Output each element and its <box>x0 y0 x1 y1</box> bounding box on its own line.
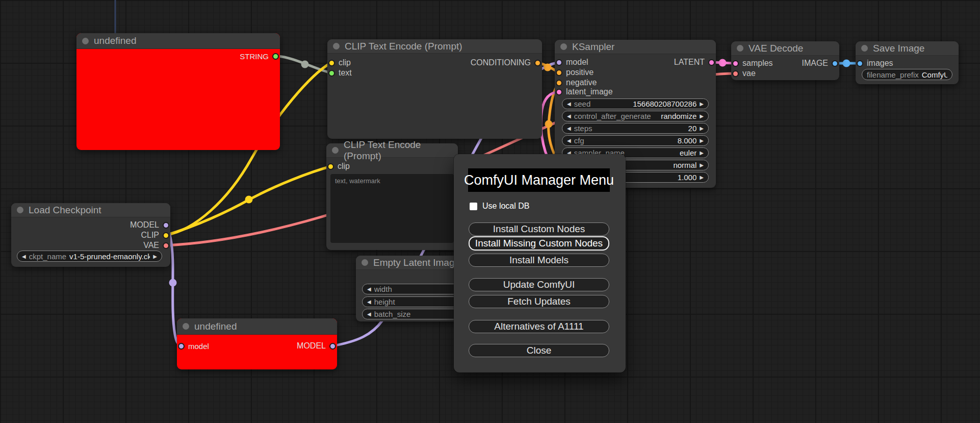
node-title-bar[interactable]: CLIP Text Encode (Prompt) <box>327 39 542 54</box>
left-arrow-icon[interactable]: ◀ <box>567 101 571 107</box>
close-button[interactable]: Close <box>469 344 609 357</box>
node-title-bar[interactable]: VAE Decode <box>731 41 839 56</box>
use-local-db-row[interactable]: Use local DB <box>470 202 529 211</box>
collapse-dot[interactable] <box>183 323 189 330</box>
node-load-checkpoint[interactable]: Load Checkpoint MODEL CLIP VAE ◀ ckpt_na… <box>11 203 170 267</box>
input-clip[interactable]: clip <box>328 58 351 68</box>
output-string[interactable]: STRING <box>240 51 279 61</box>
widget-width[interactable]: ◀ width <box>362 284 467 294</box>
left-arrow-icon[interactable]: ◀ <box>22 254 26 259</box>
right-arrow-icon[interactable]: ▶ <box>700 162 704 168</box>
widget-steps[interactable]: ◀ steps 20 ▶ <box>562 123 709 134</box>
left-arrow-icon[interactable]: ◀ <box>567 113 571 119</box>
graph-canvas[interactable]: undefined STRING CLIP Text Encode (Promp… <box>0 0 980 423</box>
widget-batch-size[interactable]: ◀ batch_size <box>362 309 467 319</box>
collapse-dot[interactable] <box>362 259 368 266</box>
input-text[interactable]: text <box>328 68 352 78</box>
output-image[interactable]: IMAGE <box>802 58 838 68</box>
output-conditioning[interactable]: CONDITIONING <box>471 58 541 68</box>
use-local-db-checkbox[interactable] <box>470 203 477 210</box>
collapse-dot[interactable] <box>82 38 89 44</box>
input-model[interactable]: model <box>556 57 588 67</box>
output-vae[interactable]: VAE <box>143 240 169 251</box>
model-port-dot[interactable] <box>163 222 169 229</box>
model-port-dot[interactable] <box>329 343 336 350</box>
install-custom-nodes-button[interactable]: Install Custom Nodes <box>469 222 609 236</box>
link-dot-clip[interactable] <box>245 196 253 204</box>
fetch-updates-button[interactable]: Fetch Updates <box>469 295 609 308</box>
output-latent[interactable]: LATENT <box>674 57 715 67</box>
node-vae-decode[interactable]: VAE Decode samples vae IMAGE <box>731 41 839 80</box>
input-vae[interactable]: vae <box>732 68 756 79</box>
widget-ckpt-name[interactable]: ◀ ckpt_name v1-5-pruned-emaonly.ckpt ▶ <box>17 251 162 262</box>
output-model[interactable]: MODEL <box>130 220 169 230</box>
link-dot-cond-pos[interactable] <box>544 64 552 71</box>
left-arrow-icon[interactable]: ◀ <box>367 286 371 292</box>
right-arrow-icon[interactable]: ▶ <box>700 126 704 131</box>
widget-filename-prefix[interactable]: filename_prefix ComfyUI <box>862 69 952 80</box>
vae-port-dot[interactable] <box>163 242 169 249</box>
widget-value[interactable]: ComfyUI <box>922 70 947 79</box>
widget-value[interactable]: v1-5-pruned-emaonly.ckpt <box>69 252 150 261</box>
latent-port-dot[interactable] <box>732 60 739 67</box>
update-comfyui-button[interactable]: Update ComfyUI <box>469 278 609 291</box>
link-dot-latent[interactable] <box>719 59 727 67</box>
left-arrow-icon[interactable]: ◀ <box>367 299 371 305</box>
right-arrow-icon[interactable]: ▶ <box>700 175 704 180</box>
install-missing-custom-nodes-button[interactable]: Install Missing Custom Nodes <box>469 236 609 251</box>
right-arrow-icon[interactable]: ▶ <box>700 150 704 156</box>
image-port-dot[interactable] <box>857 60 863 67</box>
left-arrow-icon[interactable]: ◀ <box>567 126 571 131</box>
output-model[interactable]: MODEL <box>297 341 336 351</box>
clip-port-dot[interactable] <box>163 232 169 239</box>
text-port-dot[interactable] <box>328 70 335 77</box>
alternatives-of-a1111-button[interactable]: Alternatives of A1111 <box>469 320 609 333</box>
collapse-dot[interactable] <box>560 43 567 50</box>
output-clip[interactable]: CLIP <box>141 230 169 240</box>
vae-port-dot[interactable] <box>732 70 739 77</box>
right-arrow-icon[interactable]: ▶ <box>700 101 704 107</box>
link-dot-cond-neg[interactable] <box>545 120 553 128</box>
widget-control-after-generate[interactable]: ◀ control_after_generate randomize ▶ <box>562 111 709 121</box>
left-arrow-icon[interactable]: ◀ <box>567 138 571 143</box>
link-dot-image[interactable] <box>843 60 850 67</box>
widget-cfg[interactable]: ◀ cfg 8.000 ▶ <box>562 135 709 146</box>
left-arrow-icon[interactable]: ◀ <box>367 311 371 317</box>
input-negative[interactable]: negative <box>556 78 597 88</box>
string-port-dot[interactable] <box>272 53 279 60</box>
right-arrow-icon[interactable]: ▶ <box>700 138 704 143</box>
link-dot-model[interactable] <box>169 279 177 287</box>
latent-port-dot[interactable] <box>708 59 715 66</box>
widget-value[interactable]: 156680208700286 <box>594 99 697 108</box>
widget-value[interactable]: 20 <box>596 124 697 133</box>
collapse-dot[interactable] <box>332 147 339 154</box>
collapse-dot[interactable] <box>17 207 23 213</box>
link-dot-string[interactable] <box>301 61 309 68</box>
collapse-dot[interactable] <box>333 43 340 49</box>
clip-port-dot[interactable] <box>328 60 335 66</box>
install-models-button[interactable]: Install Models <box>469 254 609 267</box>
node-title-bar[interactable]: KSampler <box>555 40 716 54</box>
conditioning-port-dot[interactable] <box>534 60 541 66</box>
input-clip[interactable]: clip <box>327 161 350 171</box>
right-arrow-icon[interactable]: ▶ <box>153 254 157 259</box>
node-title-bar[interactable]: undefined <box>177 318 337 335</box>
widget-value[interactable]: randomize <box>654 112 697 120</box>
widget-value[interactable]: 8.000 <box>587 136 697 145</box>
node-save-image[interactable]: Save Image images filename_prefix ComfyU… <box>856 41 959 84</box>
node-undefined-top[interactable]: undefined STRING <box>76 33 280 150</box>
right-arrow-icon[interactable]: ▶ <box>700 113 704 119</box>
input-samples[interactable]: samples <box>732 58 773 68</box>
collapse-dot[interactable] <box>737 45 743 52</box>
widget-height[interactable]: ◀ height <box>362 296 467 307</box>
node-title-bar[interactable]: Save Image <box>856 41 959 56</box>
input-model[interactable]: model <box>178 341 209 351</box>
input-positive[interactable]: positive <box>556 67 594 78</box>
collapse-dot[interactable] <box>861 45 868 52</box>
node-clip-text-encode-1[interactable]: CLIP Text Encode (Prompt) clip text COND… <box>327 39 542 139</box>
model-port-dot[interactable] <box>178 343 185 350</box>
clip-port-dot[interactable] <box>327 163 334 170</box>
node-title-bar[interactable]: Load Checkpoint <box>11 203 170 217</box>
conditioning-port-dot[interactable] <box>556 69 562 76</box>
model-port-dot[interactable] <box>556 59 562 66</box>
